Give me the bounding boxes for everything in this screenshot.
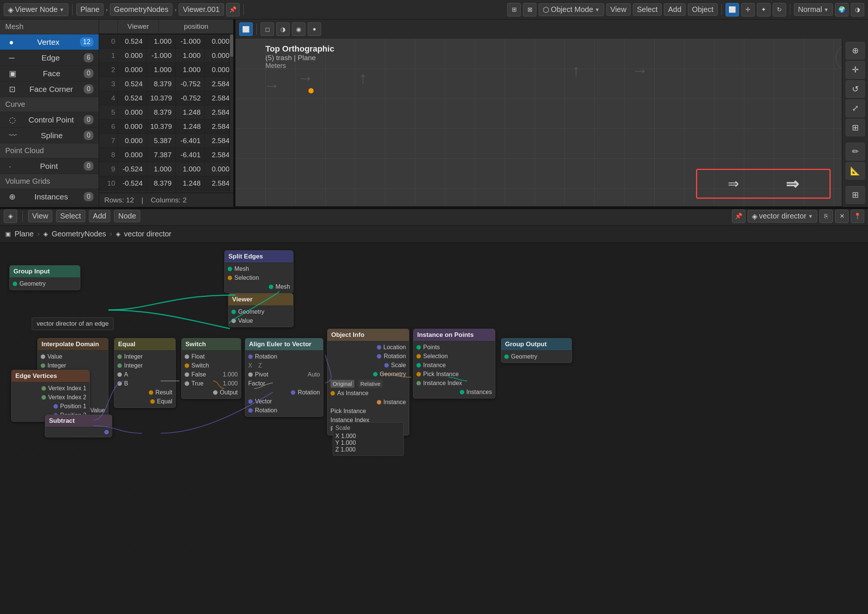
ne-add-menu[interactable]: Add xyxy=(89,210,110,222)
face-corner-type-item[interactable]: ⊡ Face Corner 0 xyxy=(0,81,99,97)
breadcrumb-plane[interactable]: Plane xyxy=(76,3,104,16)
overlay-icon[interactable]: ⊞ xyxy=(507,3,521,16)
oi-relative-btn[interactable]: Relative xyxy=(358,380,383,388)
ne-node-tree-dropdown[interactable]: ◈ vector director ▼ xyxy=(748,210,817,223)
split-edges-node[interactable]: Split Edges Mesh Selection Mesh xyxy=(224,250,294,293)
ne-pin-btn[interactable]: 📌 xyxy=(732,209,745,223)
group-input-geometry-row: Geometry xyxy=(10,279,80,288)
breadcrumb-viewer[interactable]: Viewer.001 xyxy=(179,3,224,16)
ev-vi1-socket xyxy=(42,386,46,391)
select-menu[interactable]: Select xyxy=(633,3,662,16)
cursor-icon[interactable]: ✛ xyxy=(741,3,755,16)
solid-shading[interactable]: ◑ xyxy=(276,22,290,36)
face-type-item[interactable]: ▣ Face 0 xyxy=(0,66,99,81)
rotate-tool-btn[interactable]: ↺ xyxy=(846,80,865,98)
ne-select-menu[interactable]: Select xyxy=(56,210,85,222)
object-menu[interactable]: Object xyxy=(688,3,718,16)
equal-b-row: B xyxy=(114,379,175,388)
ne-bc-plane-icon: ▣ xyxy=(5,230,11,237)
select-box-icon[interactable]: ⬜ xyxy=(726,3,739,16)
breadcrumb-geometry-nodes[interactable]: GeometryNodes xyxy=(110,3,173,16)
transform-tool-btn[interactable]: ⊞ xyxy=(846,119,865,136)
switch-node[interactable]: Switch Float Switch False 1.000 True xyxy=(181,338,241,399)
ne-copy-btn[interactable]: ⎘ xyxy=(820,209,833,223)
viewport-shading-icon[interactable]: ◑ xyxy=(851,3,864,16)
sw-false-label: False xyxy=(191,371,206,378)
eq-res-label: Result xyxy=(156,389,172,396)
spline-count: 0 xyxy=(84,131,93,140)
viewport-select-icon[interactable]: ⬜ xyxy=(239,22,253,36)
viewer-node[interactable]: Viewer Geometry Value xyxy=(228,293,294,327)
sw-false-val: 1.000 xyxy=(223,371,238,378)
add-cube-btn[interactable]: ⊞ xyxy=(846,186,865,203)
wireframe-shading[interactable]: ◻ xyxy=(261,22,274,36)
move-tool-btn[interactable]: ✛ xyxy=(846,61,865,78)
iop-inst-out-socket xyxy=(460,390,464,394)
position-col-header[interactable]: position xyxy=(159,19,233,34)
object-mode-dropdown[interactable]: ⬡ Object Mode ▼ xyxy=(539,3,604,16)
material-shading[interactable]: ◉ xyxy=(292,22,305,36)
spline-type-item[interactable]: 〰 Spline 0 xyxy=(0,128,99,143)
subtract-node[interactable]: Subtract xyxy=(45,414,112,437)
ne-node-menu[interactable]: Node xyxy=(114,210,140,222)
edge-vertices-node[interactable]: Edge Vertices Vertex Index 1 Vertex Inde… xyxy=(11,370,90,422)
ne-bc-plane[interactable]: Plane xyxy=(15,230,34,238)
ne-bc-gn[interactable]: GeometryNodes xyxy=(51,230,106,238)
viewer-node-dropdown[interactable]: ◈ Viewer Node ▼ xyxy=(4,3,68,16)
normal-dropdown[interactable]: Normal ▼ xyxy=(794,3,833,16)
top-header: ◈ Viewer Node ▼ Plane › GeometryNodes › … xyxy=(0,0,868,19)
viewer-geo-socket xyxy=(232,310,236,314)
viewport-canvas[interactable]: Top Orthographic (5) trash | Plane Meter… xyxy=(235,39,868,206)
align-euler-node[interactable]: Align Euler to Vector Rotation X Z Pivot… xyxy=(245,338,324,417)
equal-node[interactable]: Equal Integer Integer A B xyxy=(114,338,176,408)
group-output-node[interactable]: Group Output Geometry xyxy=(501,338,572,363)
vertex-type-item[interactable]: ● Vertex 12 xyxy=(0,34,99,50)
oi-location-row: Location xyxy=(327,343,409,352)
rotate-tool-icon[interactable]: ↻ xyxy=(773,3,786,16)
scale-x-row: X 1.000 xyxy=(335,433,401,440)
grab-icon[interactable]: ✦ xyxy=(757,3,770,16)
viewer-geo-label: Geometry xyxy=(238,309,264,315)
align-factor-row: Factor xyxy=(245,379,323,388)
group-input-node[interactable]: Group Input Geometry xyxy=(9,265,80,290)
point-type-item[interactable]: · Point 0 xyxy=(0,158,99,174)
cell-viewer: 0.524 xyxy=(118,91,146,105)
oi-original-btn[interactable]: Original xyxy=(330,380,355,388)
align-rot-label: Rotation xyxy=(255,353,277,360)
switch-switch-row: Switch xyxy=(182,361,241,370)
cell-index: 8 xyxy=(99,148,118,162)
ne-view-menu[interactable]: View xyxy=(28,210,52,222)
node-type-icon[interactable]: ◈ xyxy=(4,209,17,223)
vertex-count: 12 xyxy=(80,37,93,47)
view-menu[interactable]: View xyxy=(606,3,631,16)
node-canvas[interactable]: Group Input Geometry Split Edges Mesh Se… xyxy=(0,243,868,614)
spreadsheet-header: Viewer position xyxy=(99,19,233,34)
measure-tool-btn[interactable]: 📐 xyxy=(846,162,865,180)
scene-icon[interactable]: 🌍 xyxy=(835,3,849,16)
edge-type-item[interactable]: ─ Edge 6 xyxy=(0,50,99,66)
object-info-node[interactable]: Object Info Location Rotation Scale Geom… xyxy=(327,329,409,436)
ne-bc-vd[interactable]: vector director xyxy=(124,230,171,238)
render-shading[interactable]: ● xyxy=(308,22,321,36)
viewer-col-header[interactable]: Viewer xyxy=(118,19,159,34)
scale-tool-btn[interactable]: ⤢ xyxy=(846,99,865,117)
go-title: Group Output xyxy=(501,338,572,351)
horizontal-divider[interactable] xyxy=(0,207,868,209)
eq-eq-socket xyxy=(150,399,155,404)
ne-close-btn[interactable]: ✕ xyxy=(835,209,849,223)
face-icon: ▣ xyxy=(9,69,16,78)
vertical-divider-1[interactable] xyxy=(233,19,235,207)
control-point-type-item[interactable]: ◌ Control Point 0 xyxy=(0,112,99,128)
add-menu[interactable]: Add xyxy=(664,3,686,16)
spreadsheet-footer: Rows: 12 | Columns: 2 xyxy=(99,193,233,207)
instances-type-item[interactable]: ⊕ Instances 0 xyxy=(0,189,99,205)
cell-index: 0 xyxy=(99,34,118,48)
annotate-tool-btn[interactable]: ✏ xyxy=(846,143,865,160)
pin-button[interactable]: 📌 xyxy=(226,3,240,16)
cursor-tool-btn[interactable]: ⊕ xyxy=(846,42,865,59)
gizmo-icon[interactable]: ⊠ xyxy=(523,3,537,16)
instance-on-points-node[interactable]: Instance on Points Points Selection Inst… xyxy=(413,329,495,398)
cell-y: 1.248 xyxy=(176,176,205,190)
oi-asinst-socket xyxy=(330,391,335,395)
ne-unpin-btn[interactable]: 📍 xyxy=(851,209,864,223)
